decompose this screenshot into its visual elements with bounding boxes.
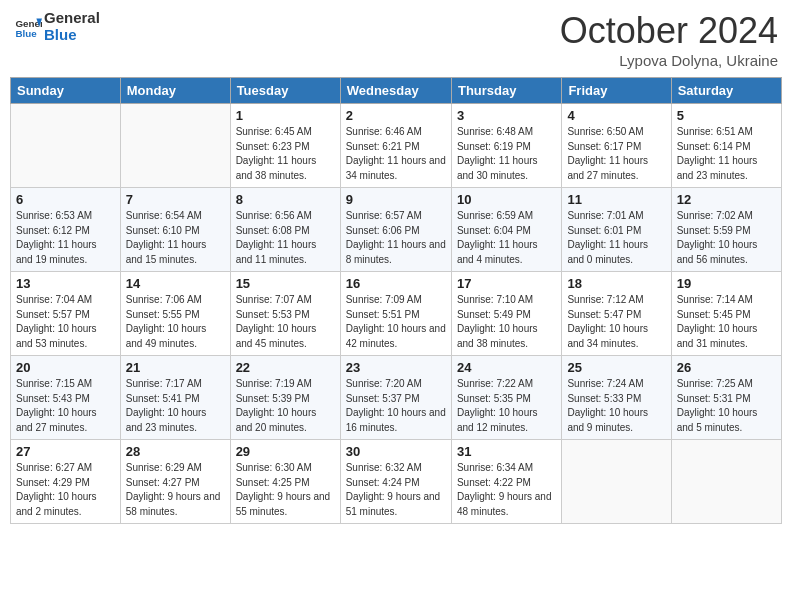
day-of-week-header: Friday <box>562 78 671 104</box>
calendar-day-cell: 2 Sunrise: 6:46 AMSunset: 6:21 PMDayligh… <box>340 104 451 188</box>
calendar-day-cell: 1 Sunrise: 6:45 AMSunset: 6:23 PMDayligh… <box>230 104 340 188</box>
calendar-day-cell: 26 Sunrise: 7:25 AMSunset: 5:31 PMDaylig… <box>671 356 781 440</box>
day-number: 23 <box>346 360 446 375</box>
day-of-week-header: Sunday <box>11 78 121 104</box>
day-number: 12 <box>677 192 776 207</box>
day-number: 17 <box>457 276 556 291</box>
calendar-day-cell: 10 Sunrise: 6:59 AMSunset: 6:04 PMDaylig… <box>451 188 561 272</box>
day-info: Sunrise: 6:51 AMSunset: 6:14 PMDaylight:… <box>677 125 776 183</box>
logo-general: General <box>44 10 100 27</box>
day-number: 24 <box>457 360 556 375</box>
day-number: 6 <box>16 192 115 207</box>
day-number: 29 <box>236 444 335 459</box>
day-info: Sunrise: 7:12 AMSunset: 5:47 PMDaylight:… <box>567 293 665 351</box>
day-info: Sunrise: 7:09 AMSunset: 5:51 PMDaylight:… <box>346 293 446 351</box>
calendar-day-cell: 12 Sunrise: 7:02 AMSunset: 5:59 PMDaylig… <box>671 188 781 272</box>
calendar-day-cell <box>11 104 121 188</box>
calendar-week-row: 6 Sunrise: 6:53 AMSunset: 6:12 PMDayligh… <box>11 188 782 272</box>
day-number: 26 <box>677 360 776 375</box>
day-info: Sunrise: 6:54 AMSunset: 6:10 PMDaylight:… <box>126 209 225 267</box>
day-info: Sunrise: 6:29 AMSunset: 4:27 PMDaylight:… <box>126 461 225 519</box>
day-number: 16 <box>346 276 446 291</box>
day-number: 13 <box>16 276 115 291</box>
calendar-day-cell: 19 Sunrise: 7:14 AMSunset: 5:45 PMDaylig… <box>671 272 781 356</box>
calendar-day-cell: 6 Sunrise: 6:53 AMSunset: 6:12 PMDayligh… <box>11 188 121 272</box>
calendar-day-cell: 23 Sunrise: 7:20 AMSunset: 5:37 PMDaylig… <box>340 356 451 440</box>
day-of-week-header: Monday <box>120 78 230 104</box>
calendar-day-cell: 15 Sunrise: 7:07 AMSunset: 5:53 PMDaylig… <box>230 272 340 356</box>
calendar-day-cell: 4 Sunrise: 6:50 AMSunset: 6:17 PMDayligh… <box>562 104 671 188</box>
day-info: Sunrise: 7:01 AMSunset: 6:01 PMDaylight:… <box>567 209 665 267</box>
calendar-day-cell: 30 Sunrise: 6:32 AMSunset: 4:24 PMDaylig… <box>340 440 451 524</box>
day-number: 30 <box>346 444 446 459</box>
day-number: 22 <box>236 360 335 375</box>
calendar-day-cell: 25 Sunrise: 7:24 AMSunset: 5:33 PMDaylig… <box>562 356 671 440</box>
month-title: October 2024 <box>560 10 778 52</box>
day-number: 4 <box>567 108 665 123</box>
day-number: 27 <box>16 444 115 459</box>
calendar-day-cell: 29 Sunrise: 6:30 AMSunset: 4:25 PMDaylig… <box>230 440 340 524</box>
day-number: 20 <box>16 360 115 375</box>
logo: General Blue General Blue <box>14 10 100 43</box>
day-info: Sunrise: 6:30 AMSunset: 4:25 PMDaylight:… <box>236 461 335 519</box>
day-number: 5 <box>677 108 776 123</box>
day-number: 28 <box>126 444 225 459</box>
day-number: 18 <box>567 276 665 291</box>
calendar-day-cell <box>562 440 671 524</box>
day-info: Sunrise: 7:22 AMSunset: 5:35 PMDaylight:… <box>457 377 556 435</box>
day-of-week-header: Wednesday <box>340 78 451 104</box>
calendar-day-cell: 3 Sunrise: 6:48 AMSunset: 6:19 PMDayligh… <box>451 104 561 188</box>
calendar-day-cell: 28 Sunrise: 6:29 AMSunset: 4:27 PMDaylig… <box>120 440 230 524</box>
day-info: Sunrise: 7:02 AMSunset: 5:59 PMDaylight:… <box>677 209 776 267</box>
calendar-header-row: SundayMondayTuesdayWednesdayThursdayFrid… <box>11 78 782 104</box>
calendar-day-cell: 16 Sunrise: 7:09 AMSunset: 5:51 PMDaylig… <box>340 272 451 356</box>
calendar-day-cell: 27 Sunrise: 6:27 AMSunset: 4:29 PMDaylig… <box>11 440 121 524</box>
calendar-day-cell <box>671 440 781 524</box>
day-info: Sunrise: 6:27 AMSunset: 4:29 PMDaylight:… <box>16 461 115 519</box>
calendar-day-cell: 18 Sunrise: 7:12 AMSunset: 5:47 PMDaylig… <box>562 272 671 356</box>
day-number: 15 <box>236 276 335 291</box>
calendar-day-cell: 7 Sunrise: 6:54 AMSunset: 6:10 PMDayligh… <box>120 188 230 272</box>
day-of-week-header: Tuesday <box>230 78 340 104</box>
day-of-week-header: Thursday <box>451 78 561 104</box>
day-info: Sunrise: 6:34 AMSunset: 4:22 PMDaylight:… <box>457 461 556 519</box>
day-number: 11 <box>567 192 665 207</box>
day-number: 19 <box>677 276 776 291</box>
day-info: Sunrise: 6:50 AMSunset: 6:17 PMDaylight:… <box>567 125 665 183</box>
day-info: Sunrise: 7:04 AMSunset: 5:57 PMDaylight:… <box>16 293 115 351</box>
calendar-day-cell: 21 Sunrise: 7:17 AMSunset: 5:41 PMDaylig… <box>120 356 230 440</box>
day-number: 7 <box>126 192 225 207</box>
day-info: Sunrise: 6:32 AMSunset: 4:24 PMDaylight:… <box>346 461 446 519</box>
location-subtitle: Lypova Dolyna, Ukraine <box>560 52 778 69</box>
day-info: Sunrise: 7:06 AMSunset: 5:55 PMDaylight:… <box>126 293 225 351</box>
day-number: 1 <box>236 108 335 123</box>
logo-icon: General Blue <box>14 13 42 41</box>
calendar-day-cell: 24 Sunrise: 7:22 AMSunset: 5:35 PMDaylig… <box>451 356 561 440</box>
day-info: Sunrise: 7:25 AMSunset: 5:31 PMDaylight:… <box>677 377 776 435</box>
calendar-day-cell: 8 Sunrise: 6:56 AMSunset: 6:08 PMDayligh… <box>230 188 340 272</box>
calendar-day-cell <box>120 104 230 188</box>
day-info: Sunrise: 6:57 AMSunset: 6:06 PMDaylight:… <box>346 209 446 267</box>
day-info: Sunrise: 7:07 AMSunset: 5:53 PMDaylight:… <box>236 293 335 351</box>
calendar-day-cell: 5 Sunrise: 6:51 AMSunset: 6:14 PMDayligh… <box>671 104 781 188</box>
day-number: 21 <box>126 360 225 375</box>
day-number: 3 <box>457 108 556 123</box>
day-number: 31 <box>457 444 556 459</box>
day-of-week-header: Saturday <box>671 78 781 104</box>
day-info: Sunrise: 6:45 AMSunset: 6:23 PMDaylight:… <box>236 125 335 183</box>
calendar-day-cell: 17 Sunrise: 7:10 AMSunset: 5:49 PMDaylig… <box>451 272 561 356</box>
day-info: Sunrise: 6:48 AMSunset: 6:19 PMDaylight:… <box>457 125 556 183</box>
calendar-week-row: 13 Sunrise: 7:04 AMSunset: 5:57 PMDaylig… <box>11 272 782 356</box>
day-info: Sunrise: 6:53 AMSunset: 6:12 PMDaylight:… <box>16 209 115 267</box>
day-number: 2 <box>346 108 446 123</box>
day-info: Sunrise: 7:15 AMSunset: 5:43 PMDaylight:… <box>16 377 115 435</box>
day-info: Sunrise: 7:14 AMSunset: 5:45 PMDaylight:… <box>677 293 776 351</box>
calendar-day-cell: 9 Sunrise: 6:57 AMSunset: 6:06 PMDayligh… <box>340 188 451 272</box>
day-number: 25 <box>567 360 665 375</box>
day-number: 9 <box>346 192 446 207</box>
calendar-day-cell: 31 Sunrise: 6:34 AMSunset: 4:22 PMDaylig… <box>451 440 561 524</box>
calendar-day-cell: 20 Sunrise: 7:15 AMSunset: 5:43 PMDaylig… <box>11 356 121 440</box>
svg-text:Blue: Blue <box>15 27 37 38</box>
calendar-week-row: 20 Sunrise: 7:15 AMSunset: 5:43 PMDaylig… <box>11 356 782 440</box>
day-info: Sunrise: 6:56 AMSunset: 6:08 PMDaylight:… <box>236 209 335 267</box>
